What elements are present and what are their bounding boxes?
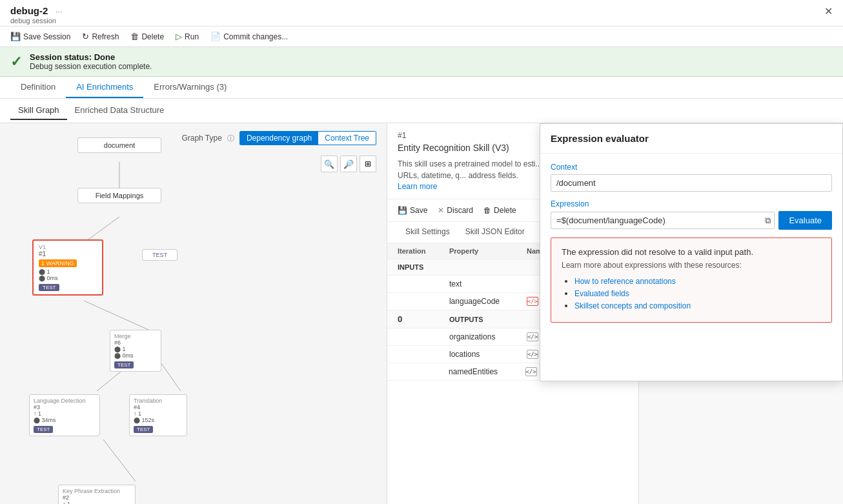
key-phrase-stats1: ↑ 1 [63, 501, 131, 504]
zoom-in-button[interactable]: 🔍 [321, 156, 338, 172]
evaluate-button[interactable]: Evaluate [778, 211, 832, 230]
refresh-icon: ↻ [82, 32, 89, 41]
merge-stats2: ⬤ 0ms [114, 352, 157, 359]
save-session-button[interactable]: 💾 Save Session [5, 29, 76, 44]
sub-tab-enriched-data[interactable]: Enriched Data Structure [67, 101, 172, 120]
main-tab-nav: Definition AI Enrichments Errors/Warning… [0, 77, 843, 99]
col-property-languagecode: languageCode [449, 297, 527, 306]
lang-label: Language Detection [34, 398, 96, 404]
document-node-label: document [83, 141, 156, 149]
title-subtitle: debug session [10, 17, 63, 25]
skill-delete-label: Delete [494, 206, 516, 215]
tab-definition[interactable]: Definition [10, 77, 66, 98]
error-link-item-3: Skillset concepts and composition [574, 301, 821, 310]
title-ellipsis: ··· [56, 6, 63, 16]
fit-button[interactable]: ⊞ [360, 156, 376, 172]
graph-type-toggle: Dependency graph Context Tree [239, 131, 376, 145]
skillset-concepts-link[interactable]: Skillset concepts and composition [574, 301, 691, 310]
close-button[interactable]: ✕ [824, 5, 833, 17]
skill-node-version: V1 [39, 244, 97, 250]
refresh-button[interactable]: ↻ Refresh [77, 29, 124, 44]
delete-icon: 🗑 [130, 32, 139, 41]
learn-more-link[interactable]: Learn more [398, 182, 437, 191]
expr-panel-title: Expression evaluator [551, 133, 649, 144]
graph-toolbar: 🔍 🔎 ⊞ [321, 156, 376, 172]
sub-tab-skill-graph[interactable]: Skill Graph [10, 101, 67, 120]
translation-stats2: ⬤ 152s [134, 417, 183, 423]
delete-button[interactable]: 🗑 Delete [125, 29, 169, 44]
expression-label: Expression [551, 199, 832, 208]
status-subtitle: Debug session execution complete. [30, 62, 152, 71]
context-label: Context [551, 163, 832, 172]
merge-test-btn[interactable]: TEST [114, 361, 134, 368]
how-to-reference-link[interactable]: How to reference annotations [574, 277, 676, 286]
merge-label: Merge [114, 333, 157, 339]
skill-save-icon: 💾 [398, 206, 407, 215]
toolbar: 💾 Save Session ↻ Refresh 🗑 Delete ▷ Run … [0, 26, 843, 47]
col-prop-named: namedEntities [449, 367, 525, 376]
expression-error-box: The expression did not resolve to a vali… [551, 237, 832, 323]
status-checkmark-icon: ✓ [10, 54, 22, 70]
zoom-out-button[interactable]: 🔎 [340, 156, 357, 172]
title-bar: debug-2 ··· debug session ✕ [0, 0, 843, 26]
error-link-item-2: Evaluated fields [574, 288, 821, 298]
expression-input[interactable] [551, 212, 775, 229]
error-links-list: How to reference annotations Evaluated f… [562, 276, 821, 310]
tab-skill-json-editor[interactable]: Skill JSON Editor [458, 222, 533, 243]
save-icon: 💾 [10, 32, 21, 41]
error-link-item: How to reference annotations [574, 276, 821, 286]
context-input[interactable] [551, 174, 832, 192]
commit-changes-button[interactable]: 📄 Commit changes... [205, 29, 293, 44]
status-title: Session status: Done [30, 52, 152, 62]
skill-node-stats1: ⬤ 1 [39, 268, 97, 275]
col-header-iteration: Iteration [398, 247, 449, 255]
graph-edges-svg [0, 123, 387, 504]
copy-expression-button[interactable]: ⧉ [765, 216, 771, 226]
translation-label: Translation [134, 398, 183, 404]
skill-graph-area: 🔍 🔎 ⊞ Graph Type ⓘ Dependency graph Cont… [0, 123, 387, 504]
run-button[interactable]: ▷ Run [170, 29, 204, 44]
skill-save-button[interactable]: 💾 Save [398, 203, 427, 217]
lang-detection-node[interactable]: Language Detection #3 ↑ 1 ⬤ 34ms TEST [29, 394, 100, 436]
test-label: TEST [147, 252, 173, 258]
col-prop-locs: locations [449, 350, 527, 359]
skill-warning-badge: 1 WARNING [39, 259, 77, 267]
lang-number: #3 [34, 404, 96, 410]
translation-node[interactable]: Translation #4 ↑ 1 ⬤ 152s TEST [129, 394, 187, 436]
error-icon[interactable]: </> [527, 297, 538, 306]
lang-test-btn[interactable]: TEST [34, 426, 53, 433]
tab-errors-warnings[interactable]: Errors/Warnings (3) [143, 77, 237, 98]
run-label: Run [185, 32, 199, 41]
tab-skill-settings[interactable]: Skill Settings [398, 222, 458, 243]
skill-discard-button[interactable]: ✕ Discard [438, 203, 473, 217]
expression-row: ⧉ Evaluate [551, 211, 832, 230]
commit-changes-label: Commit changes... [223, 32, 288, 41]
tab-ai-enrichments[interactable]: AI Enrichments [66, 77, 143, 98]
key-phrase-node[interactable]: Key Phrase Extraction #2 ↑ 1 ⬤ 812ms TES… [58, 485, 136, 504]
skill-node-stats2: ⬤ 0ms [39, 275, 97, 281]
skill-node-test-btn[interactable]: TEST [39, 284, 59, 291]
field-mappings-node[interactable]: Field Mappings [77, 188, 161, 203]
run-icon: ▷ [176, 32, 182, 41]
refresh-label: Refresh [92, 32, 119, 41]
context-tree-button[interactable]: Context Tree [318, 132, 376, 145]
skill-delete-button[interactable]: 🗑 Delete [483, 203, 516, 217]
locs-code-icon: </> [527, 350, 538, 359]
dependency-graph-button[interactable]: Dependency graph [240, 132, 318, 145]
translation-test-btn[interactable]: TEST [134, 426, 153, 433]
evaluated-fields-link[interactable]: Evaluated fields [574, 289, 629, 298]
title-bar-left: debug-2 ··· debug session [10, 5, 63, 25]
expr-panel-body: Context Expression ⧉ Evaluate The expres… [540, 154, 842, 332]
named-code-icon: </> [525, 367, 537, 376]
expression-input-wrap: ⧉ [551, 212, 775, 229]
document-node[interactable]: document [77, 137, 161, 153]
save-session-label: Save Session [23, 32, 70, 41]
skill-save-label: Save [410, 206, 427, 215]
translation-number: #4 [134, 404, 183, 410]
skill-node-1[interactable]: V1 #1 1 WARNING ⬤ 1 ⬤ 0ms TEST [32, 239, 103, 296]
graph-type-bar: Graph Type ⓘ Dependency graph Context Tr… [181, 131, 376, 145]
merge-stats1: ⬤ 1 [114, 346, 157, 352]
app-title: debug-2 [10, 5, 48, 16]
merge-node[interactable]: Merge #6 ⬤ 1 ⬤ 0ms TEST [110, 330, 161, 372]
col-property-text: text [449, 279, 527, 288]
